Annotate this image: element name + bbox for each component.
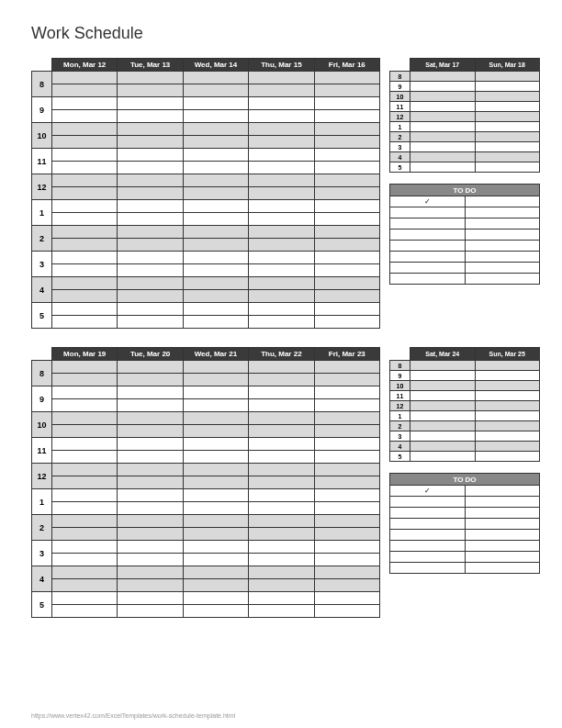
schedule-cell[interactable] [183, 162, 248, 174]
schedule-cell[interactable] [475, 421, 540, 431]
schedule-cell[interactable] [410, 411, 476, 421]
schedule-cell[interactable] [52, 226, 118, 239]
schedule-cell[interactable] [249, 264, 314, 277]
schedule-cell[interactable] [183, 605, 248, 618]
schedule-cell[interactable] [52, 476, 118, 489]
schedule-cell[interactable] [410, 112, 476, 122]
schedule-cell[interactable] [118, 451, 183, 464]
schedule-cell[interactable] [52, 123, 118, 136]
schedule-cell[interactable] [118, 489, 183, 502]
schedule-cell[interactable] [52, 136, 118, 149]
schedule-cell[interactable] [183, 264, 248, 277]
schedule-cell[interactable] [52, 110, 118, 123]
schedule-cell[interactable] [183, 361, 248, 374]
schedule-cell[interactable] [183, 290, 248, 303]
schedule-cell[interactable] [249, 290, 314, 303]
schedule-cell[interactable] [249, 451, 314, 464]
schedule-cell[interactable] [314, 451, 379, 464]
todo-checkbox[interactable] [390, 274, 466, 285]
schedule-cell[interactable] [249, 149, 314, 162]
schedule-cell[interactable] [118, 412, 183, 425]
schedule-cell[interactable] [118, 579, 183, 592]
schedule-cell[interactable] [183, 386, 248, 399]
schedule-cell[interactable] [249, 425, 314, 438]
schedule-cell[interactable] [118, 252, 183, 264]
schedule-cell[interactable] [183, 438, 248, 451]
todo-checkbox[interactable] [390, 530, 466, 541]
todo-checkbox[interactable] [390, 519, 466, 530]
schedule-cell[interactable] [314, 425, 379, 438]
schedule-cell[interactable] [118, 84, 183, 97]
schedule-cell[interactable] [118, 200, 183, 213]
schedule-cell[interactable] [52, 316, 118, 329]
schedule-cell[interactable] [183, 489, 248, 502]
schedule-cell[interactable] [249, 374, 314, 386]
schedule-cell[interactable] [249, 541, 314, 554]
schedule-cell[interactable] [118, 592, 183, 605]
schedule-cell[interactable] [314, 605, 379, 618]
schedule-cell[interactable] [52, 374, 118, 386]
schedule-cell[interactable] [118, 605, 183, 618]
schedule-cell[interactable] [314, 528, 379, 541]
schedule-cell[interactable] [183, 451, 248, 464]
schedule-cell[interactable] [410, 72, 476, 82]
schedule-cell[interactable] [314, 110, 379, 123]
schedule-cell[interactable] [475, 361, 540, 371]
schedule-cell[interactable] [410, 391, 476, 401]
schedule-cell[interactable] [410, 401, 476, 411]
schedule-cell[interactable] [410, 102, 476, 112]
schedule-cell[interactable] [410, 361, 476, 371]
schedule-cell[interactable] [183, 226, 248, 239]
schedule-cell[interactable] [118, 374, 183, 386]
schedule-cell[interactable] [249, 438, 314, 451]
todo-item[interactable] [465, 274, 540, 285]
todo-checkbox[interactable] [390, 218, 466, 230]
schedule-cell[interactable] [410, 162, 476, 173]
schedule-cell[interactable] [52, 187, 118, 200]
schedule-cell[interactable] [410, 442, 476, 452]
schedule-cell[interactable] [314, 162, 379, 174]
schedule-cell[interactable] [52, 162, 118, 174]
schedule-cell[interactable] [52, 290, 118, 303]
todo-item[interactable] [465, 230, 540, 241]
schedule-cell[interactable] [183, 316, 248, 329]
schedule-cell[interactable] [475, 152, 540, 162]
schedule-cell[interactable] [249, 123, 314, 136]
schedule-cell[interactable] [52, 412, 118, 425]
schedule-cell[interactable] [52, 84, 118, 97]
schedule-cell[interactable] [314, 399, 379, 412]
schedule-cell[interactable] [52, 579, 118, 592]
schedule-cell[interactable] [118, 515, 183, 528]
schedule-cell[interactable] [249, 213, 314, 226]
schedule-cell[interactable] [118, 425, 183, 438]
schedule-cell[interactable] [183, 566, 248, 579]
schedule-cell[interactable] [249, 200, 314, 213]
schedule-cell[interactable] [52, 451, 118, 464]
schedule-cell[interactable] [249, 489, 314, 502]
schedule-cell[interactable] [183, 502, 248, 515]
schedule-cell[interactable] [118, 528, 183, 541]
schedule-cell[interactable] [314, 213, 379, 226]
schedule-cell[interactable] [249, 239, 314, 252]
schedule-cell[interactable] [52, 489, 118, 502]
schedule-cell[interactable] [249, 303, 314, 316]
schedule-cell[interactable] [118, 162, 183, 174]
todo-checkbox[interactable] [390, 252, 466, 263]
schedule-cell[interactable] [249, 502, 314, 515]
schedule-cell[interactable] [183, 136, 248, 149]
schedule-cell[interactable] [475, 92, 540, 102]
schedule-cell[interactable] [410, 371, 476, 381]
schedule-cell[interactable] [183, 303, 248, 316]
schedule-cell[interactable] [249, 386, 314, 399]
schedule-cell[interactable] [249, 277, 314, 290]
schedule-cell[interactable] [314, 489, 379, 502]
schedule-cell[interactable] [52, 605, 118, 618]
todo-item[interactable] [465, 508, 540, 519]
schedule-cell[interactable] [249, 528, 314, 541]
schedule-cell[interactable] [249, 97, 314, 110]
schedule-cell[interactable] [52, 592, 118, 605]
todo-checkbox[interactable] [390, 497, 466, 508]
schedule-cell[interactable] [475, 102, 540, 112]
todo-checkbox[interactable] [390, 552, 466, 563]
schedule-cell[interactable] [314, 438, 379, 451]
